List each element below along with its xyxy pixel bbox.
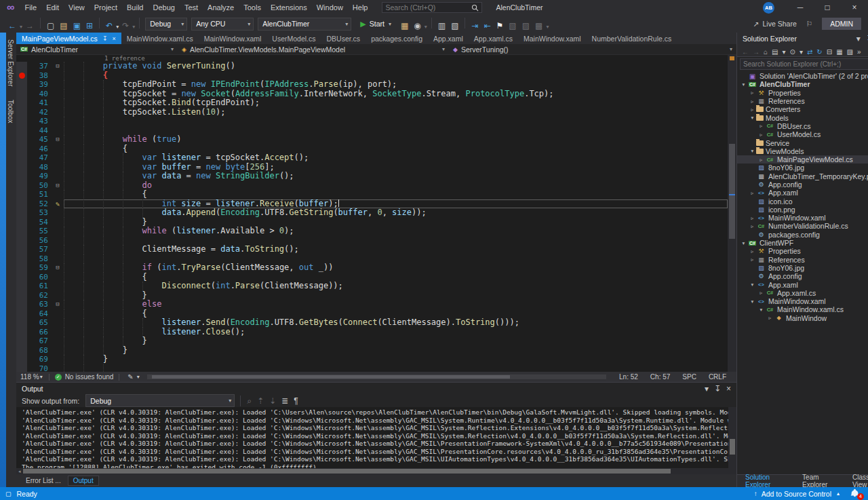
properties-icon[interactable]: ▦ bbox=[834, 48, 844, 56]
code-editor[interactable]: 1 reference37⊟private void ServerTuning(… bbox=[16, 55, 736, 372]
code-line[interactable]: 66listener.Close(); bbox=[16, 328, 728, 337]
code-text[interactable]: { bbox=[64, 190, 728, 199]
tree-item[interactable]: 8noY06.jpg bbox=[737, 164, 868, 172]
tree-item[interactable]: ▾ViewModels bbox=[737, 147, 868, 155]
document-tab[interactable]: NumberValidationRule.cs bbox=[587, 33, 677, 44]
code-line[interactable]: 37⊟private void ServerTuning() bbox=[16, 62, 728, 71]
tree-item[interactable]: ▾MainWindow.xaml bbox=[737, 297, 868, 305]
open-file-icon[interactable]: ▤ bbox=[57, 21, 70, 31]
tree-item[interactable]: packages.config bbox=[737, 231, 868, 239]
tree-item[interactable]: ▾App.xaml bbox=[737, 280, 868, 288]
pin-icon[interactable]: ↧ bbox=[711, 384, 724, 393]
editor-horizontal-scrollbar[interactable] bbox=[147, 374, 606, 379]
solx-back-icon[interactable]: ← bbox=[740, 48, 751, 56]
tree-item[interactable]: ▾MainWindow.xaml.cs bbox=[737, 305, 868, 313]
code-text[interactable]: } bbox=[64, 291, 728, 301]
close-button[interactable]: × bbox=[841, 0, 868, 15]
startup-project-dropdown[interactable]: AlenClubTimer▾ bbox=[258, 18, 351, 31]
tree-item[interactable]: ▾AlenClubTimer bbox=[737, 80, 868, 88]
code-text[interactable]: while (listener.Available > 0); bbox=[64, 227, 728, 236]
show-all-files-icon[interactable]: ▨ bbox=[845, 48, 855, 56]
chevron-expanded-icon[interactable]: ▾ bbox=[749, 148, 756, 154]
code-line[interactable]: 65listener.Send(Encoding.UTF8.GetBytes(C… bbox=[16, 318, 728, 328]
solx-overflow-icon[interactable]: » bbox=[855, 48, 863, 56]
document-tab[interactable]: MainPageViewModel.cs↧× bbox=[16, 33, 121, 44]
chevron-collapsed-icon[interactable]: ▹ bbox=[757, 132, 765, 138]
chevron-collapsed-icon[interactable]: ▹ bbox=[749, 215, 756, 221]
minimize-button[interactable]: ─ bbox=[787, 0, 814, 15]
add-to-source-control-button[interactable]: ↑ Add to Source Control ▴ bbox=[754, 490, 840, 498]
tree-item[interactable]: ▹DBUser.cs bbox=[737, 122, 868, 130]
code-text[interactable]: listener.Send(Encoding.UTF8.GetBytes(Con… bbox=[64, 318, 728, 328]
menu-window[interactable]: Window bbox=[312, 3, 348, 12]
code-line[interactable]: 39tcpEndPoint = new IPEndPoint(IPAddress… bbox=[16, 80, 728, 90]
code-line[interactable]: 59⊟if (int.TryParse(ClientMessage, out _… bbox=[16, 263, 728, 273]
tool-tab-toolbox[interactable]: Toolbox bbox=[6, 93, 15, 130]
code-line[interactable]: 49var data = new StringBuilder(); bbox=[16, 172, 728, 181]
code-text[interactable]: } bbox=[64, 355, 728, 364]
code-text[interactable]: else bbox=[64, 300, 728, 309]
bookmark-clear-icon[interactable]: ▩ bbox=[532, 21, 545, 31]
chevron-expanded-icon[interactable]: ▾ bbox=[757, 307, 765, 313]
quick-search-input[interactable]: Search (Ctrl+Q) bbox=[382, 2, 482, 13]
toolbar-overflow-icon[interactable]: ▾ bbox=[545, 24, 549, 30]
undo-icon[interactable]: ↶ bbox=[103, 21, 115, 31]
code-line[interactable]: 60{ bbox=[16, 273, 728, 282]
breakpoint-margin[interactable] bbox=[16, 71, 27, 81]
collapse-all-icon[interactable]: ⊟ bbox=[825, 48, 834, 56]
code-line[interactable]: 61Disconnect(int.Parse(ClientMessage)); bbox=[16, 282, 728, 291]
word-wrap-icon[interactable]: ¶ bbox=[291, 396, 300, 406]
chevron-expanded-icon[interactable]: ▾ bbox=[740, 81, 747, 88]
chevron-collapsed-icon[interactable]: ▹ bbox=[757, 157, 765, 163]
document-tab[interactable]: App.xaml.cs bbox=[469, 33, 518, 44]
code-line[interactable]: 67} bbox=[16, 336, 728, 346]
profile-button[interactable]: ADMIN bbox=[822, 18, 861, 30]
file-preview-icon[interactable]: ▧ bbox=[448, 21, 461, 31]
breakpoint-icon[interactable] bbox=[19, 73, 25, 79]
tree-item[interactable]: AlenClubTimer_TemporaryKey.pfx bbox=[737, 172, 868, 180]
save-all-icon[interactable]: ⊞ bbox=[83, 21, 96, 31]
chevron-collapsed-icon[interactable]: ▹ bbox=[757, 123, 765, 129]
chevron-collapsed-icon[interactable]: ▹ bbox=[749, 256, 756, 263]
code-line[interactable]: 40tcpSocket = new Socket(AddressFamily.I… bbox=[16, 90, 728, 99]
code-text[interactable]: while (true) bbox=[64, 135, 728, 145]
menu-analyze[interactable]: Analyze bbox=[203, 3, 239, 12]
code-text[interactable]: var data = new StringBuilder(); bbox=[64, 172, 728, 181]
output-source-dropdown[interactable]: Debug ▾ bbox=[85, 394, 235, 407]
tree-item[interactable]: ▹MainWindow.xaml bbox=[737, 214, 868, 222]
fold-collapse-icon[interactable]: ⊟ bbox=[52, 263, 64, 273]
scrollbar-thumb[interactable] bbox=[152, 375, 510, 379]
code-text[interactable] bbox=[64, 364, 728, 372]
code-line[interactable]: 63⊟else bbox=[16, 300, 728, 309]
code-line[interactable]: 68} bbox=[16, 346, 728, 355]
tree-item[interactable]: ▹Properties bbox=[737, 89, 868, 97]
code-text[interactable]: if (int.TryParse(ClientMessage, out _)) bbox=[64, 263, 728, 273]
close-icon[interactable]: × bbox=[724, 384, 734, 393]
refresh-icon[interactable]: ↻ bbox=[814, 48, 824, 56]
menu-extensions[interactable]: Extensions bbox=[266, 3, 312, 12]
navigate-back-icon[interactable]: ← bbox=[5, 21, 19, 31]
code-line[interactable]: 46{ bbox=[16, 145, 728, 154]
document-tab[interactable]: DBUser.cs bbox=[321, 33, 366, 44]
code-line[interactable]: 54} bbox=[16, 218, 728, 227]
tree-item[interactable]: icon.png bbox=[737, 206, 868, 214]
menu-build[interactable]: Build bbox=[122, 3, 148, 12]
chevron-collapsed-icon[interactable]: ▹ bbox=[757, 290, 765, 296]
code-lines[interactable]: 1 reference37⊟private void ServerTuning(… bbox=[16, 55, 728, 372]
menu-debug[interactable]: Debug bbox=[148, 3, 179, 12]
code-line[interactable]: 48var buffer = new byte[256]; bbox=[16, 163, 728, 172]
tree-item[interactable]: Solution 'AlenClubTimer' (2 of 2 project… bbox=[737, 72, 868, 80]
code-text[interactable]: { bbox=[64, 145, 728, 154]
document-tab[interactable]: UserModel.cs bbox=[267, 33, 321, 44]
tree-item[interactable]: ▹References bbox=[737, 97, 868, 105]
send-feedback-icon[interactable]: ⚐ bbox=[806, 20, 812, 28]
sync-active-document-icon[interactable]: ⇄ bbox=[805, 48, 814, 56]
code-line[interactable]: 51{ bbox=[16, 190, 728, 199]
navigate-forward-icon[interactable]: → bbox=[23, 21, 37, 31]
tree-item[interactable]: ▹App.xaml.cs bbox=[737, 289, 868, 297]
chevron-expanded-icon[interactable]: ▾ bbox=[749, 282, 756, 288]
code-text[interactable]: { bbox=[64, 71, 728, 81]
code-text[interactable] bbox=[64, 126, 728, 136]
tool-tab-server-explorer[interactable]: Server Explorer bbox=[6, 33, 15, 93]
panel-tab-output[interactable]: Output bbox=[68, 476, 99, 486]
